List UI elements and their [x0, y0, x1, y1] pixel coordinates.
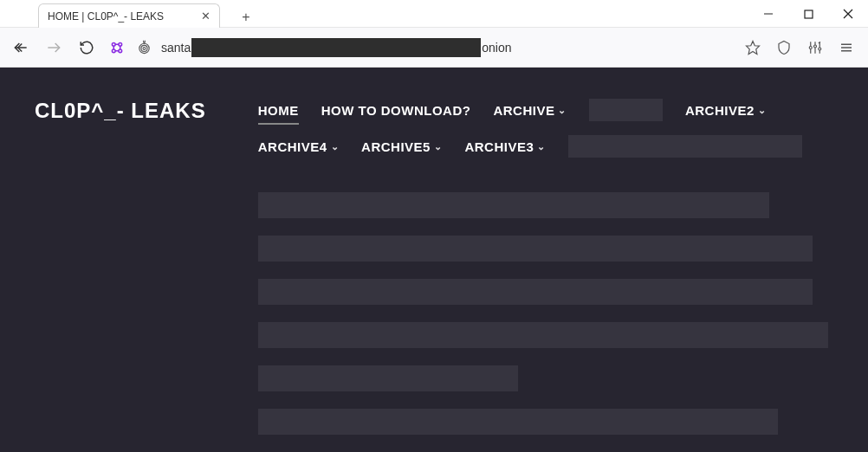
- nav-archive5[interactable]: ARCHIVE5⌄: [361, 139, 442, 154]
- chevron-down-icon: ⌄: [537, 141, 546, 152]
- maximize-button[interactable]: [788, 0, 828, 28]
- title-bar: HOME | CL0P^_- LEAKS ✕ +: [0, 0, 868, 28]
- list-item: [258, 236, 813, 262]
- nav-archive4[interactable]: ARCHIVE4⌄: [258, 139, 339, 154]
- url-suffix: onion: [482, 41, 511, 55]
- window-controls: [748, 0, 868, 28]
- nav-row-2: ARCHIVE4⌄ ARCHIVE5⌄ ARCHIVE3⌄: [258, 135, 833, 158]
- forward-button[interactable]: [42, 36, 66, 60]
- back-button[interactable]: [9, 36, 33, 60]
- tab-title: HOME | CL0P^_- LEAKS: [48, 10, 164, 23]
- url-bar: santa onion: [0, 28, 868, 68]
- chevron-down-icon: ⌄: [758, 105, 767, 116]
- list-item: [258, 365, 518, 391]
- nav-archive2[interactable]: ARCHIVE2⌄: [685, 103, 766, 118]
- svg-point-7: [112, 42, 115, 46]
- svg-point-16: [140, 45, 146, 51]
- list-item: [258, 322, 828, 348]
- list-item: [258, 279, 813, 305]
- minimize-button[interactable]: [748, 0, 788, 28]
- nav-howto[interactable]: HOW TO DOWNLOAD?: [321, 103, 471, 118]
- nav-archive3[interactable]: ARCHIVE3⌄: [464, 139, 545, 154]
- svg-point-21: [819, 48, 821, 50]
- svg-marker-18: [747, 41, 760, 54]
- onion-icon[interactable]: [135, 39, 152, 56]
- chevron-down-icon: ⌄: [558, 105, 567, 116]
- close-tab-icon[interactable]: ✕: [201, 10, 211, 23]
- nav-home[interactable]: HOME: [258, 103, 299, 118]
- security-level-button[interactable]: [802, 35, 828, 61]
- close-window-button[interactable]: [828, 0, 868, 28]
- address-bar[interactable]: santa onion: [161, 36, 731, 60]
- site-brand: CL0P^_- LEAKS: [35, 99, 206, 123]
- nav-archive[interactable]: ARCHIVE⌄: [493, 103, 567, 118]
- url-prefix: santa: [161, 41, 191, 55]
- chevron-down-icon: ⌄: [434, 141, 443, 152]
- content-listing: [258, 192, 833, 435]
- nav-redacted-2: [568, 135, 802, 158]
- svg-point-8: [119, 42, 122, 46]
- svg-point-9: [112, 48, 115, 52]
- shield-button[interactable]: [771, 35, 797, 61]
- svg-point-10: [119, 48, 122, 52]
- nav-row-1: HOME HOW TO DOWNLOAD? ARCHIVE⌄ ARCHIVE2⌄: [258, 99, 833, 121]
- list-item: [258, 192, 769, 218]
- new-tab-button[interactable]: +: [236, 7, 256, 28]
- browser-tab[interactable]: HOME | CL0P^_- LEAKS ✕: [38, 3, 220, 28]
- url-redacted: [191, 38, 481, 57]
- circuit-icon[interactable]: [107, 38, 126, 57]
- list-item: [258, 409, 778, 435]
- menu-button[interactable]: [833, 35, 859, 61]
- bookmark-button[interactable]: [740, 35, 766, 61]
- svg-rect-1: [805, 10, 813, 18]
- svg-point-17: [143, 48, 146, 50]
- svg-point-19: [809, 46, 812, 48]
- nav-redacted-1: [589, 99, 663, 121]
- svg-point-20: [814, 45, 817, 48]
- reload-button[interactable]: [74, 36, 99, 60]
- page-content: CL0P^_- LEAKS HOME HOW TO DOWNLOAD? ARCH…: [0, 68, 868, 452]
- chevron-down-icon: ⌄: [331, 141, 340, 152]
